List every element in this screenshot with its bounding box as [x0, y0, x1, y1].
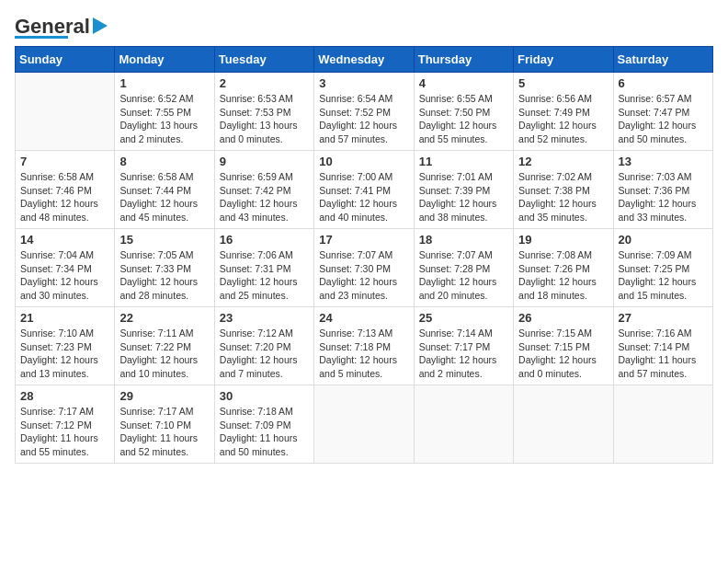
day-number: 24: [319, 311, 408, 325]
day-number: 1: [119, 76, 209, 90]
day-info: Sunrise: 7:11 AM Sunset: 7:22 PM Dayligh…: [119, 327, 209, 381]
calendar-cell: 8Sunrise: 6:58 AM Sunset: 7:44 PM Daylig…: [115, 151, 214, 229]
day-number: 17: [319, 233, 408, 247]
calendar-cell: 25Sunrise: 7:14 AM Sunset: 7:17 PM Dayli…: [414, 307, 513, 385]
day-info: Sunrise: 7:09 AM Sunset: 7:25 PM Dayligh…: [619, 248, 708, 303]
day-number: 16: [220, 233, 309, 247]
calendar-cell: [314, 385, 414, 464]
day-info: Sunrise: 7:10 AM Sunset: 7:23 PM Dayligh…: [20, 327, 109, 381]
calendar-cell: 26Sunrise: 7:15 AM Sunset: 7:15 PM Dayli…: [514, 307, 613, 385]
day-number: 4: [419, 76, 508, 90]
day-info: Sunrise: 7:15 AM Sunset: 7:15 PM Dayligh…: [518, 327, 608, 381]
day-info: Sunrise: 6:57 AM Sunset: 7:47 PM Dayligh…: [619, 92, 708, 146]
day-number: 27: [619, 311, 708, 325]
day-info: Sunrise: 7:08 AM Sunset: 7:26 PM Dayligh…: [518, 248, 608, 303]
calendar-cell: 17Sunrise: 7:07 AM Sunset: 7:30 PM Dayli…: [314, 229, 414, 307]
day-info: Sunrise: 7:18 AM Sunset: 7:09 PM Dayligh…: [220, 405, 309, 459]
day-number: 5: [518, 76, 608, 90]
day-number: 25: [419, 311, 508, 325]
header-monday: Monday: [115, 47, 214, 73]
day-info: Sunrise: 7:06 AM Sunset: 7:31 PM Dayligh…: [220, 248, 309, 303]
day-info: Sunrise: 7:14 AM Sunset: 7:17 PM Dayligh…: [419, 327, 508, 381]
calendar-cell: 28Sunrise: 7:17 AM Sunset: 7:12 PM Dayli…: [16, 385, 115, 464]
day-info: Sunrise: 6:54 AM Sunset: 7:52 PM Dayligh…: [319, 92, 408, 146]
header-saturday: Saturday: [613, 47, 712, 73]
logo: General: [15, 15, 108, 39]
calendar-cell: 19Sunrise: 7:08 AM Sunset: 7:26 PM Dayli…: [514, 229, 613, 307]
day-number: 21: [20, 311, 109, 325]
header-friday: Friday: [514, 47, 613, 73]
calendar-cell: 24Sunrise: 7:13 AM Sunset: 7:18 PM Dayli…: [314, 307, 414, 385]
calendar-header-row: SundayMondayTuesdayWednesdayThursdayFrid…: [16, 47, 713, 73]
calendar-cell: 23Sunrise: 7:12 AM Sunset: 7:20 PM Dayli…: [214, 307, 313, 385]
day-info: Sunrise: 7:17 AM Sunset: 7:10 PM Dayligh…: [119, 405, 209, 459]
calendar-cell: 27Sunrise: 7:16 AM Sunset: 7:14 PM Dayli…: [613, 307, 712, 385]
page-header: General: [15, 15, 713, 39]
calendar-cell: 6Sunrise: 6:57 AM Sunset: 7:47 PM Daylig…: [613, 73, 712, 151]
calendar-cell: 4Sunrise: 6:55 AM Sunset: 7:50 PM Daylig…: [414, 73, 513, 151]
calendar-cell: 7Sunrise: 6:58 AM Sunset: 7:46 PM Daylig…: [16, 151, 115, 229]
calendar-cell: 11Sunrise: 7:01 AM Sunset: 7:39 PM Dayli…: [414, 151, 513, 229]
calendar-cell: 10Sunrise: 7:00 AM Sunset: 7:41 PM Dayli…: [314, 151, 414, 229]
day-info: Sunrise: 6:58 AM Sunset: 7:44 PM Dayligh…: [119, 170, 209, 224]
day-info: Sunrise: 6:53 AM Sunset: 7:53 PM Dayligh…: [220, 92, 309, 146]
calendar-cell: 3Sunrise: 6:54 AM Sunset: 7:52 PM Daylig…: [314, 73, 414, 151]
calendar-cell: 20Sunrise: 7:09 AM Sunset: 7:25 PM Dayli…: [613, 229, 712, 307]
calendar-cell: 13Sunrise: 7:03 AM Sunset: 7:36 PM Dayli…: [613, 151, 712, 229]
day-number: 11: [419, 155, 508, 168]
day-info: Sunrise: 7:13 AM Sunset: 7:18 PM Dayligh…: [319, 327, 408, 381]
day-info: Sunrise: 7:00 AM Sunset: 7:41 PM Dayligh…: [319, 170, 408, 224]
logo-underline: [15, 36, 68, 39]
calendar-cell: 9Sunrise: 6:59 AM Sunset: 7:42 PM Daylig…: [214, 151, 313, 229]
calendar-cell: [414, 385, 513, 464]
day-number: 26: [518, 311, 608, 325]
logo-arrow-icon: [93, 17, 108, 34]
calendar-week-5: 28Sunrise: 7:17 AM Sunset: 7:12 PM Dayli…: [16, 385, 713, 464]
header-sunday: Sunday: [16, 47, 115, 73]
day-number: 8: [119, 155, 209, 168]
calendar-cell: 16Sunrise: 7:06 AM Sunset: 7:31 PM Dayli…: [214, 229, 313, 307]
day-info: Sunrise: 7:07 AM Sunset: 7:28 PM Dayligh…: [419, 248, 508, 303]
calendar-week-3: 14Sunrise: 7:04 AM Sunset: 7:34 PM Dayli…: [16, 229, 713, 307]
calendar-week-1: 1Sunrise: 6:52 AM Sunset: 7:55 PM Daylig…: [16, 73, 713, 151]
calendar-cell: 30Sunrise: 7:18 AM Sunset: 7:09 PM Dayli…: [214, 385, 313, 464]
day-number: 29: [119, 389, 209, 403]
calendar-cell: 22Sunrise: 7:11 AM Sunset: 7:22 PM Dayli…: [115, 307, 214, 385]
calendar-cell: 1Sunrise: 6:52 AM Sunset: 7:55 PM Daylig…: [115, 73, 214, 151]
calendar-cell: 15Sunrise: 7:05 AM Sunset: 7:33 PM Dayli…: [115, 229, 214, 307]
day-info: Sunrise: 6:55 AM Sunset: 7:50 PM Dayligh…: [419, 92, 508, 146]
calendar-cell: 12Sunrise: 7:02 AM Sunset: 7:38 PM Dayli…: [514, 151, 613, 229]
calendar-week-2: 7Sunrise: 6:58 AM Sunset: 7:46 PM Daylig…: [16, 151, 713, 229]
day-info: Sunrise: 7:05 AM Sunset: 7:33 PM Dayligh…: [119, 248, 209, 303]
header-thursday: Thursday: [414, 47, 513, 73]
day-number: 7: [20, 155, 109, 168]
day-info: Sunrise: 7:07 AM Sunset: 7:30 PM Dayligh…: [319, 248, 408, 303]
header-tuesday: Tuesday: [214, 47, 313, 73]
calendar-cell: 14Sunrise: 7:04 AM Sunset: 7:34 PM Dayli…: [16, 229, 115, 307]
day-info: Sunrise: 6:56 AM Sunset: 7:49 PM Dayligh…: [518, 92, 608, 146]
day-number: 15: [119, 233, 209, 247]
day-info: Sunrise: 7:02 AM Sunset: 7:38 PM Dayligh…: [518, 170, 608, 224]
day-number: 14: [20, 233, 109, 247]
calendar-cell: 18Sunrise: 7:07 AM Sunset: 7:28 PM Dayli…: [414, 229, 513, 307]
header-wednesday: Wednesday: [314, 47, 414, 73]
day-number: 19: [518, 233, 608, 247]
calendar-cell: 5Sunrise: 6:56 AM Sunset: 7:49 PM Daylig…: [514, 73, 613, 151]
day-number: 28: [20, 389, 109, 403]
day-number: 13: [619, 155, 708, 168]
day-number: 2: [220, 76, 309, 90]
day-info: Sunrise: 7:17 AM Sunset: 7:12 PM Dayligh…: [20, 405, 109, 459]
day-number: 10: [319, 155, 408, 168]
calendar-cell: 21Sunrise: 7:10 AM Sunset: 7:23 PM Dayli…: [16, 307, 115, 385]
day-number: 22: [119, 311, 209, 325]
day-info: Sunrise: 7:12 AM Sunset: 7:20 PM Dayligh…: [220, 327, 309, 381]
day-number: 9: [220, 155, 309, 168]
calendar-cell: [613, 385, 712, 464]
day-number: 23: [220, 311, 309, 325]
day-number: 3: [319, 76, 408, 90]
calendar-cell: 2Sunrise: 6:53 AM Sunset: 7:53 PM Daylig…: [214, 73, 313, 151]
day-number: 20: [619, 233, 708, 247]
calendar-cell: [16, 73, 115, 151]
calendar-cell: [514, 385, 613, 464]
calendar-week-4: 21Sunrise: 7:10 AM Sunset: 7:23 PM Dayli…: [16, 307, 713, 385]
